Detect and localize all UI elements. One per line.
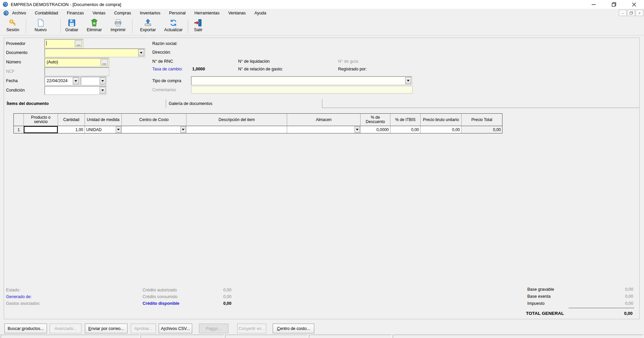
export-button[interactable]: Exportar — [136, 18, 160, 34]
window-close-button[interactable] — [627, 0, 641, 9]
numero-browse-button[interactable]: … — [101, 59, 108, 66]
credito-disponible-label: Crédito disponible — [143, 301, 179, 306]
proveedor-input[interactable]: … — [45, 39, 83, 48]
itbis-cell[interactable]: 0,00 — [390, 126, 421, 133]
buscar-productos-button[interactable]: Buscar productos... — [4, 324, 47, 333]
col-header-precio-bruto[interactable]: Precio bruto unitario — [421, 114, 462, 126]
producto-cell[interactable] — [24, 126, 58, 133]
col-header-itbis[interactable]: % de ITBIS — [390, 114, 421, 126]
comentarios-input[interactable] — [191, 86, 413, 94]
menu-compras[interactable]: Compras — [114, 11, 131, 15]
unidad-cell[interactable]: UNIDAD — [85, 126, 122, 133]
col-header-descripcion[interactable]: Descripción del item — [186, 114, 287, 126]
fecha-datepicker[interactable]: 22/04/2024 — [45, 77, 79, 85]
window-restore-button[interactable] — [606, 0, 621, 9]
ncf-input — [45, 67, 109, 76]
comentarios-label: Comentarios — [152, 88, 176, 92]
liquidacion-label: N° de liquidación — [238, 59, 270, 64]
centro-costo-dropdown-button[interactable] — [180, 126, 186, 133]
col-header-precio-total[interactable]: Precio Total — [462, 114, 502, 126]
new-label: Nuevo — [35, 27, 47, 32]
col-header-unidad[interactable]: Unidad de medida — [85, 114, 122, 126]
status-bar — [0, 334, 644, 338]
col-header-cantidad[interactable]: Cantidad — [58, 114, 85, 126]
condicion-label: Condición — [6, 88, 25, 93]
delete-icon — [90, 18, 99, 27]
direccion-label: Dirección: — [152, 50, 171, 55]
centro-de-costo-button[interactable]: Centro de costo... — [273, 324, 314, 333]
tab-items-documento[interactable]: Ítems del documento — [7, 101, 49, 106]
total-general-label: TOTAL GENERAL — [526, 311, 564, 316]
condicion-combobox[interactable] — [45, 86, 106, 95]
proveedor-browse-button[interactable]: … — [75, 40, 82, 47]
menu-personal[interactable]: Personal — [169, 11, 185, 15]
refresh-button[interactable]: Actualizar — [161, 18, 186, 34]
almacen-cell[interactable] — [287, 126, 361, 133]
menu-ayuda[interactable]: Ayuda — [255, 11, 266, 15]
session-button[interactable]: Sesión — [3, 18, 22, 34]
new-button[interactable]: Nuevo — [31, 18, 50, 34]
export-icon — [144, 18, 152, 27]
app-window: EMPRESA DEMOSTRACION - [Documentos de co… — [0, 0, 644, 338]
centro-costo-cell[interactable] — [122, 126, 186, 133]
estado-label: Estado: — [6, 288, 20, 292]
col-header-descuento[interactable]: % de Descuento — [361, 114, 390, 126]
descuento-cell[interactable]: 0,0000 — [361, 126, 390, 133]
col-header-producto[interactable]: Producto o servicio — [24, 114, 58, 126]
numero-input[interactable]: (Auto) … — [45, 58, 109, 67]
aprobar-button: Aprobar... — [131, 324, 156, 333]
window-minimize-button[interactable] — [586, 0, 601, 9]
col-header-rownum — [14, 114, 24, 126]
archivos-csv-button[interactable]: Archivos CSV... — [159, 324, 192, 333]
fecha-dropdown-button[interactable] — [73, 77, 79, 84]
export-label: Exportar — [140, 27, 156, 32]
cantidad-cell[interactable]: 1,00 — [58, 126, 85, 133]
enviar-por-correo-button[interactable]: Enviar por correo... — [85, 324, 127, 333]
documento-dropdown-button[interactable] — [138, 49, 144, 56]
tipo-compra-dropdown-button[interactable] — [405, 77, 411, 84]
mdi-restore-button[interactable] — [627, 10, 635, 16]
menu-finanzas[interactable]: Finanzas — [67, 11, 84, 15]
status-panel — [225, 335, 308, 338]
col-header-centro-costo[interactable]: Centro de Costo — [122, 114, 186, 126]
items-grid: Producto o servicio Cantidad Unidad de m… — [13, 113, 502, 133]
base-gravable-label: Base gravable — [527, 287, 554, 292]
numero-label: Número — [6, 60, 21, 64]
base-gravable-value: 0,00 — [603, 287, 633, 292]
delete-button[interactable]: Eliminar — [84, 18, 105, 34]
documento-combobox[interactable] — [45, 49, 145, 57]
convertir-en-button: Convertir en... — [237, 324, 266, 333]
mdi-minimize-button[interactable]: – — [619, 10, 627, 16]
guia-label: N° de guía: — [338, 59, 359, 64]
menu-ventanas[interactable]: Ventanas — [228, 11, 246, 15]
status-panel — [1, 335, 140, 338]
menu-herramientas[interactable]: Herramientas — [194, 11, 219, 15]
tab-separator — [322, 99, 322, 108]
menu-ventas[interactable]: Ventas — [93, 11, 105, 15]
restore-icon — [612, 2, 616, 7]
exit-button[interactable]: Salir — [191, 18, 206, 34]
menu-archivo[interactable]: Archivo — [12, 11, 26, 15]
print-label: Imprimir — [110, 27, 125, 32]
col-header-almacen[interactable]: Almacen — [287, 114, 361, 126]
unidad-dropdown-button[interactable] — [116, 126, 121, 133]
precio-bruto-cell[interactable]: 0,00 — [421, 126, 462, 133]
tab-galeria-documentos[interactable]: Galería de documentos — [169, 101, 212, 106]
save-icon — [67, 18, 76, 27]
fecha-hora-dropdown-button[interactable] — [100, 77, 106, 84]
fecha-hora-combobox[interactable] — [81, 77, 106, 85]
print-button[interactable]: Imprimir — [107, 18, 129, 34]
app-icon-small — [3, 10, 9, 16]
mdi-close-button[interactable]: × — [636, 10, 643, 16]
descripcion-cell[interactable] — [186, 126, 287, 133]
menu-inventarios[interactable]: Inventarios — [140, 11, 160, 15]
chevron-down-icon — [356, 129, 359, 130]
proveedor-label: Proveedor — [6, 41, 25, 46]
menu-contabilidad[interactable]: Contabilidad — [35, 11, 58, 15]
almacen-dropdown-button[interactable] — [355, 126, 360, 133]
toolbar-separator — [60, 19, 61, 33]
save-button[interactable]: Grabar — [63, 18, 80, 34]
tipo-compra-combobox[interactable] — [191, 76, 412, 85]
chevron-down-icon — [117, 129, 120, 130]
condicion-dropdown-button[interactable] — [100, 87, 106, 94]
